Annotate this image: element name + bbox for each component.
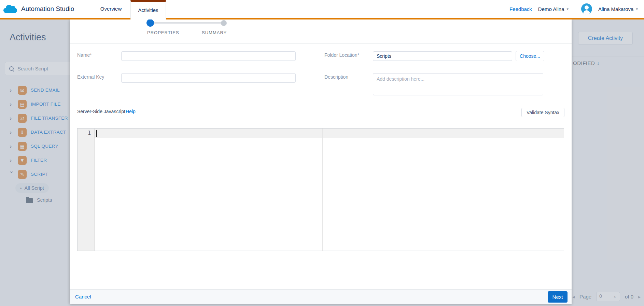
feedback-link[interactable]: Feedback — [509, 6, 532, 12]
user-avatar[interactable] — [581, 3, 592, 14]
tab-activities[interactable]: Activities — [130, 0, 166, 19]
app-title: Automation Studio — [21, 5, 74, 13]
step-summary-dot[interactable] — [221, 20, 227, 26]
line-number: 1 — [88, 130, 91, 136]
external-key-field[interactable] — [121, 73, 296, 83]
next-button[interactable]: Next — [548, 291, 568, 303]
form-divider — [70, 43, 572, 44]
header-divider — [575, 3, 575, 14]
line-number-gutter: 1 — [78, 129, 95, 251]
account-name: Demo Alina — [538, 6, 564, 12]
step-properties-dot[interactable] — [146, 19, 154, 27]
column-ruler — [322, 129, 323, 251]
server-side-javascript-label: Server-Side Javascript — [77, 109, 125, 114]
code-editor[interactable]: 1 — [77, 128, 564, 251]
name-label: Name* — [77, 52, 92, 58]
tab-overview[interactable]: Overview — [96, 0, 126, 18]
chevron-down-icon: ▾ — [636, 7, 638, 11]
header-accent-bar — [0, 18, 644, 19]
choose-folder-button[interactable]: Choose... — [516, 51, 544, 61]
step-properties-label: PROPERTIES — [147, 30, 179, 35]
account-menu[interactable]: Demo Alina ▾ — [538, 6, 569, 12]
app-header: Automation Studio Overview Activities Fe… — [0, 0, 644, 19]
active-line-highlight — [78, 129, 564, 138]
text-cursor — [96, 130, 97, 137]
description-field[interactable] — [373, 73, 543, 95]
folder-location-label: Folder Location* — [324, 52, 359, 58]
description-label: Description — [324, 74, 348, 80]
step-connector — [154, 22, 221, 24]
folder-location-field[interactable] — [373, 51, 512, 61]
validate-syntax-button[interactable]: Validate Syntax — [521, 108, 564, 117]
cancel-button[interactable]: Cancel — [75, 294, 91, 300]
salesforce-cloud-logo-icon — [3, 8, 17, 13]
dialog-footer: Cancel Next — [70, 289, 572, 304]
user-menu[interactable]: Alina Makarova ▾ — [598, 6, 638, 12]
chevron-down-icon: ▾ — [567, 7, 569, 11]
help-link[interactable]: Help — [126, 109, 136, 114]
automation-studio-screen: Activities › ✉ SEND EMAIL › ▤ IMPORT FIL… — [0, 0, 644, 306]
name-field[interactable] — [121, 51, 296, 61]
new-script-activity-dialog: PROPERTIES SUMMARY Name* External Key Fo… — [70, 19, 572, 304]
app-branding: Automation Studio — [3, 0, 74, 18]
step-summary-label: SUMMARY — [202, 30, 227, 35]
header-right-cluster: Feedback Demo Alina ▾ Alina Makarova ▾ — [509, 0, 638, 18]
user-name: Alina Makarova — [598, 6, 633, 12]
external-key-label: External Key — [77, 74, 104, 80]
